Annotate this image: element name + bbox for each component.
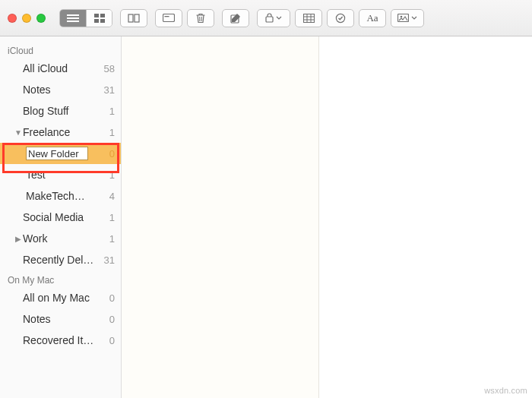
fullscreen-window-icon[interactable] <box>36 14 46 23</box>
card-icon <box>163 14 175 22</box>
attachments-button[interactable] <box>120 9 147 27</box>
sidebar-folder-row[interactable]: Social Media1 <box>0 207 121 228</box>
media-icon <box>397 14 409 22</box>
sidebar-folder-row[interactable]: Notes31 <box>0 79 121 100</box>
folder-count: 1 <box>106 233 115 245</box>
folder-label: Test <box>26 169 106 181</box>
minimize-window-icon[interactable] <box>22 14 31 23</box>
folder-count: 0 <box>106 335 115 346</box>
sidebar-folder-row[interactable]: Notes0 <box>0 308 121 330</box>
svg-rect-6 <box>100 19 105 23</box>
folder-count: 31 <box>101 84 115 96</box>
folder-label: All on My Mac <box>23 292 106 304</box>
folder-count: 0 <box>106 148 115 160</box>
sidebar-folder-row[interactable]: Recently Del…31 <box>0 249 121 270</box>
toolbar: Aa <box>0 0 532 36</box>
lock-icon <box>265 13 274 23</box>
lock-button[interactable] <box>257 9 290 27</box>
svg-rect-14 <box>266 17 273 22</box>
svg-rect-8 <box>135 14 139 22</box>
trash-button[interactable] <box>187 9 214 27</box>
folder-label: Blog Stuff <box>23 105 106 117</box>
media-button[interactable] <box>391 9 424 27</box>
svg-rect-15 <box>303 14 314 22</box>
folder-count: 1 <box>106 127 115 138</box>
folder-label: Notes <box>23 313 106 325</box>
sidebar-folder-row[interactable]: All on My Mac0 <box>0 287 121 308</box>
folder-label: Notes <box>23 84 101 96</box>
sidebar-folder-row[interactable]: 0 <box>0 143 121 164</box>
sidebar-section-header: On My Mac <box>0 270 121 287</box>
format-icon: Aa <box>366 12 378 24</box>
note-body-pane[interactable] <box>319 36 532 398</box>
folder-count: 1 <box>106 106 115 117</box>
svg-rect-3 <box>94 14 99 17</box>
sidebar-folder-row[interactable]: Recovered It…0 <box>0 330 121 351</box>
sidebar-section-header: iCloud <box>0 41 121 58</box>
svg-rect-10 <box>165 16 169 17</box>
svg-point-20 <box>336 14 344 22</box>
table-icon <box>303 14 315 23</box>
svg-rect-1 <box>67 17 79 19</box>
disclosure-closed-icon[interactable]: ▶ <box>14 235 23 243</box>
sidebar-folder-row[interactable]: All iCloud58 <box>0 58 121 79</box>
folder-label: Recovered It… <box>23 334 106 346</box>
svg-rect-5 <box>94 19 99 23</box>
folder-name-input[interactable] <box>26 147 88 160</box>
card-button[interactable] <box>155 9 182 27</box>
sidebar-folder-row[interactable]: ▶Work1 <box>0 228 121 249</box>
grid-view-button[interactable] <box>86 10 112 27</box>
folder-count: 58 <box>101 63 115 74</box>
sidebar-folder-row[interactable]: Blog Stuff1 <box>0 100 121 122</box>
folder-count: 1 <box>106 169 115 181</box>
close-window-icon[interactable] <box>8 14 17 23</box>
checklist-button[interactable] <box>327 9 354 27</box>
chevron-down-icon <box>276 16 282 20</box>
folder-count: 4 <box>106 191 115 202</box>
svg-point-22 <box>401 16 403 18</box>
window-controls <box>8 14 46 23</box>
sidebar-folder-row[interactable]: ▼Freelance1 <box>0 122 121 143</box>
svg-rect-0 <box>67 14 79 16</box>
sidebar-folder-row[interactable]: MakeTech…4 <box>0 185 121 207</box>
checklist-icon <box>335 13 346 24</box>
grid-view-icon <box>94 14 105 23</box>
folder-count: 0 <box>106 292 115 304</box>
view-mode-segmented <box>59 9 112 27</box>
folder-count: 31 <box>101 254 115 266</box>
svg-rect-2 <box>67 21 79 22</box>
content-area: iCloudAll iCloud58Notes31Blog Stuff1▼Fre… <box>0 36 532 398</box>
folder-label: Social Media <box>23 211 106 223</box>
svg-rect-4 <box>100 14 105 17</box>
trash-icon <box>196 13 205 24</box>
folder-count: 1 <box>106 212 115 223</box>
folder-label: MakeTech… <box>26 190 106 202</box>
list-view-icon <box>67 14 79 23</box>
folder-label: Recently Del… <box>23 254 101 266</box>
watermark: wsxdn.com <box>484 386 527 395</box>
folder-label: Freelance <box>23 126 106 138</box>
folder-count: 0 <box>106 314 115 325</box>
list-view-button[interactable] <box>60 10 86 27</box>
folder-label: Work <box>23 232 106 245</box>
folder-label: All iCloud <box>23 62 101 74</box>
sidebar-folder-row[interactable]: Test1 <box>0 164 121 185</box>
table-button[interactable] <box>295 9 322 27</box>
svg-rect-9 <box>163 14 175 22</box>
sidebar: iCloudAll iCloud58Notes31Blog Stuff1▼Fre… <box>0 36 122 398</box>
disclosure-open-icon[interactable]: ▼ <box>14 128 23 137</box>
format-button[interactable]: Aa <box>359 9 386 27</box>
svg-rect-7 <box>128 14 133 22</box>
compose-icon <box>230 13 241 24</box>
notes-list-pane[interactable] <box>122 36 319 398</box>
compose-button[interactable] <box>222 9 249 27</box>
attachments-icon <box>128 14 140 23</box>
chevron-down-icon <box>411 16 417 20</box>
